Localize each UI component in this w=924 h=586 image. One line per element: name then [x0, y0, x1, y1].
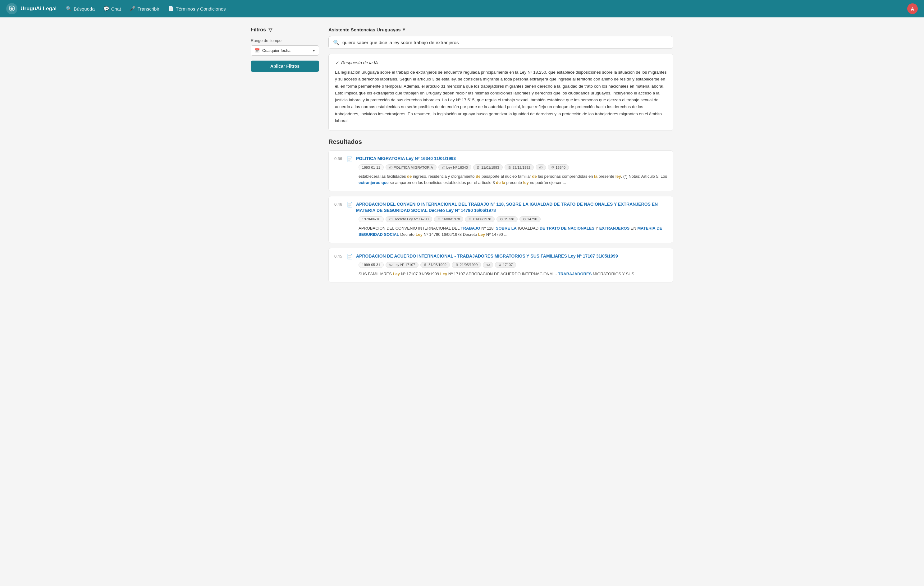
highlight: MATERIA: [637, 226, 655, 231]
nav-terminos[interactable]: 📄 Términos y Condiciones: [168, 6, 226, 12]
tag-icon: 🗓: [469, 217, 472, 221]
mic-nav-icon: 🎤: [130, 6, 135, 12]
result-item: 0.46 📄 APROBACION DEL CONVENIO INTERNACI…: [328, 196, 673, 243]
tag-label: 1999-05-31: [362, 263, 380, 267]
tag-label: 16340: [556, 166, 566, 169]
tag: 🗓11/01/1993: [473, 164, 503, 170]
highlight: Ley: [416, 232, 422, 237]
tag-icon: 🏷: [442, 166, 445, 169]
tag: 1999-05-31: [358, 262, 384, 268]
nav-chat[interactable]: 💬 Chat: [104, 6, 121, 12]
tag: 🗓01/06/1978: [465, 216, 495, 222]
highlight: ley: [615, 174, 621, 179]
result-title-link[interactable]: APROBACION DE ACUERDO INTERNACIONAL - TR…: [356, 253, 618, 259]
tag-label: POLITICA MIGRATORIA: [394, 166, 433, 169]
search-icon: 🔍: [333, 40, 339, 45]
tag-label: Ley Nº 16340: [447, 166, 468, 169]
tag-label: 23/12/1992: [513, 166, 531, 169]
tag-icon: ⚙: [551, 165, 554, 169]
doc-icon: 📄: [347, 254, 353, 259]
filter-icon: ▽: [269, 27, 272, 33]
sidebar: Filtros ▽ Rango de tiempo 📅 Cualquier fe…: [251, 27, 319, 577]
highlight: Ley: [440, 272, 447, 276]
rango-label: Rango de tiempo: [251, 38, 319, 43]
tag: ⚙16340: [548, 164, 569, 170]
tag-label: Decreto Ley Nº 14790: [394, 217, 429, 221]
tag: 1978-06-16: [358, 216, 384, 222]
calendar-icon: 📅: [255, 48, 260, 53]
tag-label: 14790: [527, 217, 537, 221]
logo-icon: [6, 3, 17, 14]
avatar[interactable]: A: [907, 3, 918, 14]
tag-icon: 🗓: [455, 263, 459, 267]
ai-response-title: ✓ Respuesta de la IA: [335, 60, 667, 65]
tag: ⚙17107: [495, 262, 516, 268]
highlight: la: [594, 174, 597, 179]
tags-row: 1993-01-11 🏷POLITICA MIGRATORIA 🏷Ley Nº …: [358, 164, 667, 170]
tag-label: 31/05/1999: [429, 263, 447, 267]
tags-row: 1978-06-16 🏷Decreto Ley Nº 14790 🗓16/06/…: [358, 216, 667, 222]
doc-icon: 📄: [347, 201, 353, 208]
highlight: ley: [523, 180, 529, 185]
highlight: SEGURIDAD SOCIAL: [358, 232, 399, 237]
tag: 🏷: [483, 262, 493, 268]
highlight: Ley: [478, 232, 485, 237]
result-snippet: SUS FAMILIARES Ley Nº 17107 31/05/1999 L…: [358, 271, 667, 277]
highlight: DE: [561, 226, 567, 231]
highlight: de: [407, 174, 412, 179]
result-item: 0.45 📄 APROBACION DE ACUERDO INTERNACION…: [328, 248, 673, 282]
header: UruguAi Legal 🔍 Búsqueda 💬 Chat 🎤 Transc…: [0, 0, 924, 17]
ai-response-text: La legislación uruguaya sobre el trabajo…: [335, 69, 667, 124]
tag: 🏷Decreto Ley Nº 14790: [386, 216, 432, 222]
main-content: Asistente Sentencias Uruguayas ▾ 🔍 ✓ Res…: [328, 27, 673, 577]
tag: 🗓16/06/1978: [434, 216, 464, 222]
tag-icon: ⚙: [498, 263, 502, 267]
highlight: SOBRE LA: [496, 226, 517, 231]
chevron-down-icon: ▾: [313, 48, 315, 53]
nav: 🔍 Búsqueda 💬 Chat 🎤 Transcribir 📄 Términ…: [66, 6, 898, 12]
tag-icon: 🗓: [437, 217, 441, 221]
apply-filters-button[interactable]: Aplicar Filtros: [251, 61, 319, 72]
assistant-selector[interactable]: Asistente Sentencias Uruguayas ▾: [328, 27, 673, 32]
highlight: DE: [657, 226, 662, 231]
highlight: TRABAJADORES: [558, 272, 592, 276]
tag-label: 15738: [504, 217, 514, 221]
result-title-link[interactable]: POLITICA MIGRATORIA Ley Nº 16340 11/01/1…: [356, 156, 456, 162]
tags-row: 1999-05-31 🏷Ley Nº 17107 🗓31/05/1999 🗓21…: [358, 262, 667, 268]
chat-nav-icon: 💬: [104, 6, 109, 12]
search-nav-icon: 🔍: [66, 6, 72, 12]
result-score: 0.45: [334, 253, 344, 259]
tag: 🏷Ley Nº 17107: [386, 262, 419, 268]
tag-label: 16/06/1978: [442, 217, 460, 221]
tag-label: 1993-01-11: [362, 166, 380, 169]
doc-icon: 📄: [347, 156, 353, 162]
tag: 🏷POLITICA MIGRATORIA: [386, 164, 437, 170]
highlight: extranjeros que: [358, 180, 389, 185]
result-title-link[interactable]: APROBACION DEL CONVENIO INTERNACIONAL DE…: [356, 201, 667, 213]
tag-icon: 🏷: [539, 166, 543, 169]
tag-icon: 🏷: [389, 217, 393, 221]
highlight: de: [532, 174, 537, 179]
sidebar-title: Filtros ▽: [251, 27, 319, 33]
tag: 🗓23/12/1992: [505, 164, 534, 170]
tag-icon: 🏷: [486, 263, 490, 267]
highlight: de la: [496, 180, 505, 185]
tag-label: 17107: [503, 263, 513, 267]
nav-busqueda[interactable]: 🔍 Búsqueda: [66, 6, 95, 12]
tag-label: 01/06/1978: [473, 217, 491, 221]
chevron-down-icon: ▾: [403, 27, 405, 32]
result-item: 0.66 📄 POLITICA MIGRATORIA Ley Nº 16340 …: [328, 150, 673, 191]
tag-label: Ley Nº 17107: [394, 263, 415, 267]
tag-icon: 🏷: [389, 263, 393, 267]
ai-response-box: ✓ Respuesta de la IA La legislación urug…: [328, 54, 673, 131]
tag: 🏷Ley Nº 16340: [438, 164, 471, 170]
nav-transcribir[interactable]: 🎤 Transcribir: [130, 6, 159, 12]
tag: ⚙15738: [497, 216, 518, 222]
logo[interactable]: UruguAi Legal: [6, 3, 56, 14]
highlight: de: [476, 174, 480, 179]
tag: 🗓31/05/1999: [421, 262, 450, 268]
search-input[interactable]: [342, 40, 668, 45]
date-select[interactable]: 📅 Cualquier fecha ▾: [251, 45, 319, 56]
result-snippet: APROBACION DEL CONVENIO INTERNACIONAL DE…: [358, 225, 667, 238]
tag-icon: ⚙: [500, 217, 503, 221]
